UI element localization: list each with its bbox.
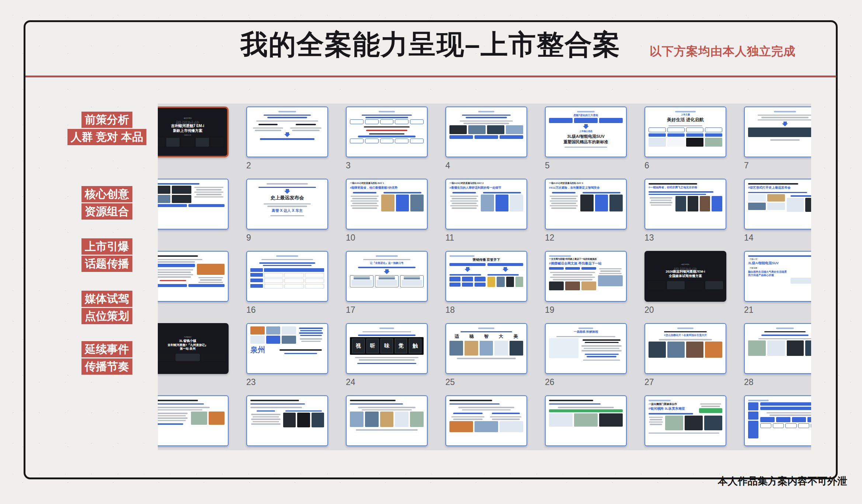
stage-label: 上市引爆话题传播 xyxy=(41,238,173,272)
slide-thumbnail[interactable]: 一场3×24小时的直播马拉松·DAY 2#最懂生活的人聊舒适到家的每一处细节 xyxy=(445,179,527,230)
slide-number: 15 xyxy=(158,305,229,315)
stage-label: 延续事件传播节奏 xyxy=(41,341,173,375)
slide-cell: 上市主题美好生活 进化启航6 xyxy=(644,106,726,171)
slide-cell: 4 xyxy=(445,106,527,171)
slide-thumbnail[interactable] xyxy=(744,395,811,446)
slide-cell: #怎么拍都出片！在泉州拍出引流大片27 xyxy=(644,323,726,387)
stage-label-line: 上市引爆 xyxy=(81,238,132,255)
slide-thumbnail[interactable] xyxy=(246,251,328,302)
slide-thumbnail[interactable]: #怎么拍都出片！在泉州拍出引流大片 xyxy=(644,323,726,374)
slide-thumbnail[interactable]: 〔传播心智〕3L级AI智能电混SUV〔传播策略〕融合国民生活烟火气美好生活场景强… xyxy=(744,251,811,302)
slide-thumbnail[interactable] xyxy=(346,395,428,446)
slide-number: 13 xyxy=(644,233,726,243)
slide-number: 6 xyxy=(644,161,726,171)
stage-label-line: 延续事件 xyxy=(81,341,132,357)
slide-cell: 7 xyxy=(744,106,811,171)
slide-thumbnail[interactable] xyxy=(346,106,428,157)
stage-label-line: 点位策划 xyxy=(81,308,132,324)
slide-number: 10 xyxy=(346,233,428,243)
slide-thumbnail[interactable] xyxy=(744,106,811,157)
stage-label: 核心创意资源组合 xyxy=(41,186,173,220)
divider-line xyxy=(25,76,836,77)
slide-thumbnail[interactable]: 一支全网与星舰7共同踏上最远下一站的有趣挑战#摇摆喊话全网文旅 寻找最远下一站 xyxy=(545,251,627,302)
slide-thumbnail[interactable]: · 银河 E 时代 ·银河时代2026款吉利银河星舰7EM-i全国媒体试驾传播方… xyxy=(644,251,726,302)
slide-cell: #综艺形式打开史上最远发布会14 xyxy=(744,179,811,243)
slide-number: 18 xyxy=(445,305,527,315)
slide-cell: · 九州漫游记 ·3L省钱小镇吉利银河星舰7『九州漫游记』第一站·泉州22 xyxy=(158,323,229,387)
slide-thumbnail[interactable]: 一波出圈国门新媒体合作#银河横跨 3L纵贯东南亚 xyxy=(644,395,726,446)
slide-number: 5 xyxy=(545,161,627,171)
slide-number: 20 xyxy=(644,305,726,315)
slide-number: 2 xyxy=(246,161,328,171)
slide-number: 19 xyxy=(545,305,627,315)
slide-thumbnail[interactable] xyxy=(158,251,229,302)
slide-number: 32 xyxy=(445,449,527,450)
slide-number: 27 xyxy=(644,377,726,387)
slide-cell: 一支全网与星舰7共同踏上最远下一站的有趣挑战#摇摆喊话全网文旅 寻找最远下一站1… xyxy=(545,251,627,315)
slide-number: 9 xyxy=(246,233,328,243)
slide-number: 33 xyxy=(545,449,627,450)
slide-thumbnail[interactable] xyxy=(246,395,328,446)
slide-number: 16 xyxy=(246,305,328,315)
slide-thumbnail[interactable] xyxy=(158,179,229,230)
slide-cell: 营销传播 双管齐下18 xyxy=(445,251,527,315)
slide-cell: 让『全面进化』这一抽象口号17 xyxy=(346,251,428,315)
slide-number: 14 xyxy=(744,233,811,243)
slide-cell: 一场3×24小时的直播马拉松·DAY 3#412万次避险，吉利重新定义智驾安全1… xyxy=(545,179,627,243)
slide-thumbnail[interactable]: · 银河 E 时代 ·银河时代吉利银河星舰7 EM-i新款上市传播方案2025.… xyxy=(158,106,229,157)
slide-thumbnail[interactable]: 一场3×24小时的直播马拉松·DAY 3#412万次避险，吉利重新定义智驾安全 xyxy=(545,179,627,230)
slide-thumbnail[interactable] xyxy=(744,323,811,374)
slide-cell: 35 xyxy=(744,395,811,450)
slide-number: 31 xyxy=(346,449,428,450)
slide-number: 30 xyxy=(246,449,328,450)
slide-thumbnail[interactable] xyxy=(545,395,627,446)
slide-number: 21 xyxy=(744,305,811,315)
slide-number: 22 xyxy=(158,377,229,387)
slide-cell: 32 xyxy=(445,395,527,450)
slide-thumbnail[interactable]: 让『全面进化』这一抽象口号 xyxy=(346,251,428,302)
slide-thumbnail[interactable]: 一场3×24小时的直播马拉松·DAY 1#能聊更能省，他们最懂星舰7的优势 xyxy=(346,179,428,230)
slide-thumbnail[interactable]: 上市主题美好生活 进化启航 xyxy=(644,106,726,157)
slide-cell: 视听味觉触24 xyxy=(346,323,428,387)
stage-label-line: 人群 竞对 本品 xyxy=(67,129,147,145)
slide-number: 26 xyxy=(545,377,627,387)
slide-cell: 30 xyxy=(246,395,328,450)
stage-label-line: 核心创意 xyxy=(81,186,132,202)
slide-thumbnail[interactable]: 史上最远发布会高管 X 达人 X 车主 xyxy=(246,179,328,230)
slide-cell: #一箱油跨省，在经济腾飞之地见证价格13 xyxy=(644,179,726,243)
slide-thumbnail[interactable]: 视听味觉触 xyxy=(346,323,428,374)
slide-cell: 33 xyxy=(545,395,627,450)
slide-number: 25 xyxy=(445,377,527,387)
slide-thumbnail[interactable]: 一条路线 拆解旅程 xyxy=(545,323,627,374)
slide-thumbnail[interactable]: #综艺形式打开史上最远发布会 xyxy=(744,179,811,230)
slide-cell: 15 xyxy=(158,251,229,315)
slide-cell: 泉州23 xyxy=(246,323,328,387)
stage-label-line: 话题传播 xyxy=(81,256,132,272)
slide-number: 35 xyxy=(744,449,811,450)
stage-label-line: 媒体试驾 xyxy=(81,291,132,307)
slide-number: 8 xyxy=(158,233,229,243)
stage-label-line: 传播节奏 xyxy=(81,358,132,375)
slide-thumbnail[interactable]: 适稳智大美 xyxy=(445,323,527,374)
slide-cell: 一场3×24小时的直播马拉松·DAY 2#最懂生活的人聊舒适到家的每一处细节11 xyxy=(445,179,527,243)
slide-cell: 2 xyxy=(246,106,328,171)
slide-thumbnail[interactable]: #一箱油跨省，在经济腾飞之地见证价格 xyxy=(644,179,726,230)
slide-number: 7 xyxy=(744,161,811,171)
slide-number: 4 xyxy=(445,161,527,171)
slide-thumbnail[interactable]: 星舰7进化的三大使命上市核心信息3L级AI智能电混SUV重塑国民精品车的新标准 xyxy=(545,106,627,157)
slide-thumbnail[interactable]: · 九州漫游记 ·3L省钱小镇吉利银河星舰7『九州漫游记』第一站·泉州 xyxy=(158,323,229,374)
slide-number: 28 xyxy=(744,377,811,387)
slide-cell: 8 xyxy=(158,179,229,243)
slide-sorter-panel[interactable]: · 银河 E 时代 ·银河时代吉利银河星舰7 EM-i新款上市传播方案2025.… xyxy=(158,104,811,450)
slide-thumbnail[interactable]: 营销传播 双管齐下 xyxy=(445,251,527,302)
slide-cell: 史上最远发布会高管 X 达人 X 车主9 xyxy=(246,179,328,243)
slide-cell: 16 xyxy=(246,251,328,315)
slide-thumbnail[interactable] xyxy=(445,395,527,446)
slide-thumbnail[interactable] xyxy=(246,106,328,157)
slide-thumbnail[interactable] xyxy=(158,395,229,446)
slide-cell: · 银河 E 时代 ·银河时代吉利银河星舰7 EM-i新款上市传播方案2025.… xyxy=(158,106,229,171)
slide-cell: 适稳智大美25 xyxy=(445,323,527,387)
slide-thumbnail[interactable] xyxy=(445,106,527,157)
slide-cell: 一条路线 拆解旅程26 xyxy=(545,323,627,387)
slide-thumbnail[interactable]: 泉州 xyxy=(246,323,328,374)
